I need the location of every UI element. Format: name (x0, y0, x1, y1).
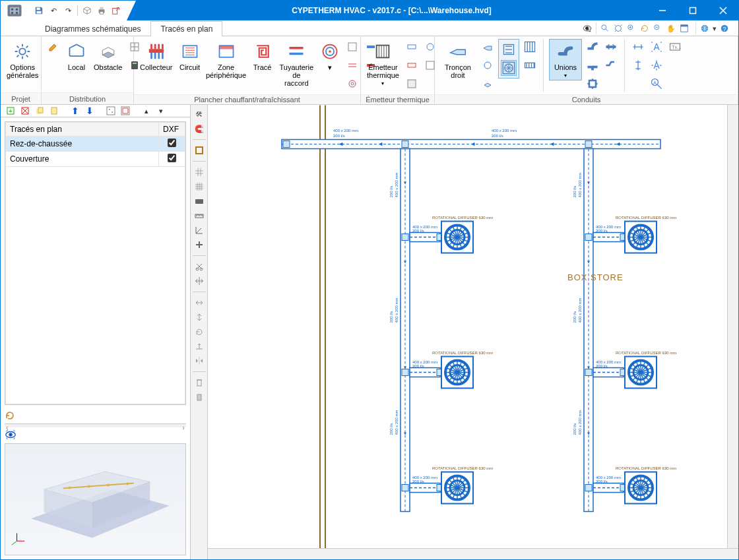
plan-canvas[interactable]: 400 x 200 mm 200 l/s 400 x 200 mm 200 l/… (208, 105, 738, 559)
unions-button[interactable]: Unions ▾ (549, 39, 582, 80)
help-icon[interactable]: ? (719, 22, 730, 34)
save-icon[interactable] (34, 5, 44, 16)
chk-rdc[interactable] (168, 139, 176, 147)
tab-diagrammes[interactable]: Diagrammes schématiques (35, 21, 150, 36)
print-icon[interactable] (96, 5, 107, 16)
maximize-button[interactable] (678, 1, 708, 20)
paste-icon[interactable] (48, 105, 60, 117)
zoom-out-icon[interactable] (652, 22, 664, 34)
qat-sep (77, 5, 78, 16)
grille1-icon[interactable] (501, 42, 517, 57)
zoom-window-icon[interactable] (599, 22, 611, 34)
move-down-icon[interactable]: ⬇ (84, 105, 96, 117)
delete-item-icon[interactable] (19, 105, 31, 117)
vt-del1-icon[interactable] (193, 376, 206, 389)
c1-icon[interactable] (480, 39, 496, 55)
label-A-icon[interactable]: A (649, 39, 664, 55)
vt-extend-icon[interactable] (193, 340, 206, 353)
vt-keyboard-icon[interactable] (193, 195, 206, 208)
close-button[interactable] (708, 1, 738, 20)
tool-b-icon[interactable] (119, 105, 131, 117)
vt-varrow-icon[interactable] (193, 311, 206, 324)
text-box-icon[interactable]: Tx... (667, 39, 683, 55)
detail1-icon[interactable] (344, 39, 360, 55)
vt-plus-icon[interactable] (193, 238, 206, 251)
export-icon[interactable] (111, 5, 121, 16)
u5-icon[interactable] (603, 57, 619, 73)
minimize-button[interactable] (647, 1, 678, 20)
tab-traces-plan[interactable]: Tracés en plan (150, 21, 222, 36)
zoom-extents-icon[interactable] (612, 22, 624, 34)
refresh-icon[interactable] (639, 22, 651, 34)
c3-icon[interactable] (480, 76, 496, 92)
vt-grid-icon[interactable] (193, 166, 206, 179)
vt-ruler-icon[interactable] (193, 209, 206, 222)
canvas-vscroll[interactable] (727, 105, 738, 548)
collapse-icon[interactable]: ▴ (141, 105, 152, 117)
zoom-detail-icon[interactable]: A (649, 76, 664, 92)
binoculars-icon[interactable]: 👁‍🗨 (581, 22, 593, 34)
redo-icon[interactable]: ↷ (63, 5, 73, 16)
vt-pan-icon[interactable] (193, 274, 206, 288)
dim-h-icon[interactable] (630, 39, 646, 55)
move-up-icon[interactable]: ⬆ (69, 105, 81, 117)
u1-icon[interactable] (585, 39, 600, 55)
vt-grid2-icon[interactable] (193, 180, 206, 193)
preview-hscroll[interactable] (5, 423, 186, 427)
em3-icon[interactable] (404, 76, 420, 92)
vt-cut-icon[interactable] (193, 260, 206, 273)
grille2-icon[interactable] (522, 39, 538, 55)
dropdown-icon[interactable]: ▾ (712, 22, 717, 34)
options-generales-button[interactable]: Options générales (5, 39, 40, 81)
troncon-button[interactable]: Tronçon droit (439, 39, 477, 81)
box-icon[interactable] (82, 5, 92, 16)
u2-icon[interactable] (585, 57, 600, 73)
local-button[interactable]: Local (64, 39, 89, 73)
window-icon[interactable] (678, 22, 690, 34)
detail2-icon[interactable] (344, 57, 360, 73)
em1-icon[interactable] (404, 39, 420, 55)
vt-hammer-icon[interactable]: 🛠 (193, 108, 206, 121)
zoom-in-icon[interactable] (626, 22, 637, 34)
svg-text:A: A (653, 80, 657, 86)
canvas-hscroll[interactable] (208, 548, 738, 559)
u4-icon[interactable] (603, 39, 619, 55)
emetteur-button[interactable]: Émetteur thermique ▾ (365, 39, 401, 88)
vt-angle-icon[interactable] (193, 224, 206, 237)
expand-icon[interactable]: ▾ (155, 105, 167, 117)
vt-del2-icon[interactable] (193, 390, 206, 404)
diffuser-icon[interactable] (501, 60, 517, 76)
vt-mirror-icon[interactable] (193, 354, 206, 367)
copy-icon[interactable] (34, 105, 46, 117)
view3d-refresh-icon[interactable] (5, 410, 15, 422)
new-item-icon[interactable]: + (5, 105, 16, 117)
obstacle-button[interactable]: Obstacle (92, 39, 124, 73)
collecteur-button[interactable]: Collecteur (138, 39, 175, 73)
circuit-button[interactable]: Circuit (177, 39, 203, 73)
tuyauterie-button[interactable]: Tuyauterie de raccord (278, 39, 316, 89)
zone-button[interactable]: Zone périphérique (205, 39, 247, 81)
preview-3d[interactable] (5, 443, 186, 555)
undo-icon[interactable]: ↶ (48, 5, 59, 16)
edit-icon[interactable] (46, 39, 61, 55)
chk-couv[interactable] (168, 154, 176, 162)
detail3-icon[interactable] (344, 76, 360, 92)
label-A2-icon[interactable]: A (649, 57, 664, 73)
grille3-icon[interactable] (522, 57, 538, 73)
em2-icon[interactable] (404, 57, 420, 73)
tree-row-rdc[interactable]: Rez-de-chaussée (6, 137, 185, 152)
c2-icon[interactable] (480, 57, 496, 73)
pan-icon[interactable]: ✋ (665, 22, 677, 34)
vt-rotate-icon[interactable] (193, 325, 206, 338)
app-icon[interactable] (1, 1, 28, 20)
tool-a-icon[interactable] (105, 105, 117, 117)
vt-magnet-icon[interactable]: 🧲 (193, 122, 206, 135)
spiral2-button[interactable]: ▾ (318, 39, 342, 73)
dim-v-icon[interactable] (630, 57, 646, 73)
trace-button[interactable]: Tracé (250, 39, 275, 73)
vt-harrow-icon[interactable] (193, 296, 206, 309)
globe-icon[interactable] (699, 22, 711, 34)
vt-rect-icon[interactable] (193, 144, 206, 157)
tree-row-couverture[interactable]: Couverture (6, 152, 185, 167)
u3-icon[interactable] (585, 76, 600, 92)
